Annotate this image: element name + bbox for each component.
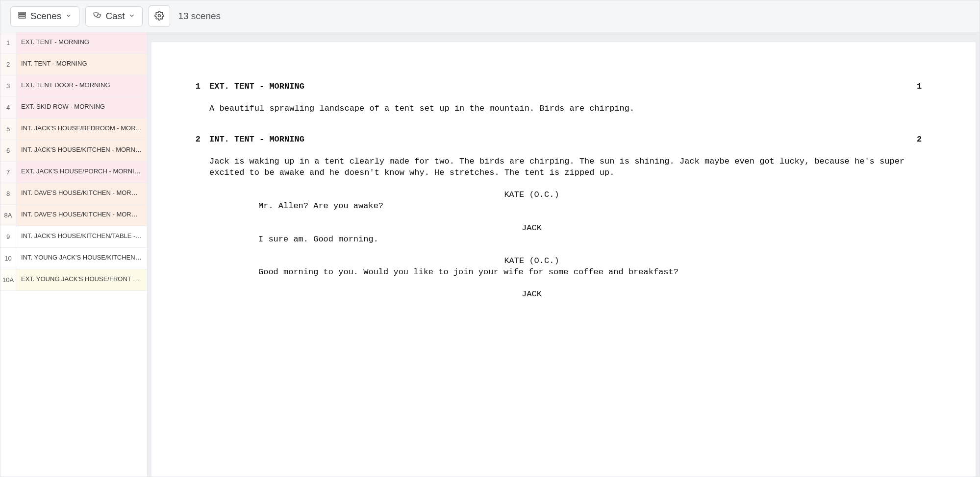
scene-list-item-title: EXT. TENT DOOR - MORNING [16,75,147,96]
dialogue-text: Mr. Allen? Are you awake? [258,201,820,212]
svg-point-3 [158,14,161,17]
scene-list-item-title: INT. JACK'S HOUSE/KITCHEN - MORNING [16,140,147,161]
scene-list-item[interactable]: 3EXT. TENT DOOR - MORNING [0,75,147,97]
scenes-dropdown-button[interactable]: Scenes [10,6,79,26]
scene-list-item-title: EXT. TENT - MORNING [16,32,147,53]
scene-list-item-number: 2 [0,54,16,75]
scene-list-item-number: 10A [0,269,16,290]
scene-list-item-title: INT. TENT - MORNING [16,54,147,75]
scene-list-item[interactable]: 9INT. JACK'S HOUSE/KITCHEN/TABLE - DAY [0,226,147,248]
script-page: 1EXT. TENT - MORNING1A beautiful sprawli… [151,42,976,477]
chevron-down-icon [128,11,135,22]
dialogue-block: JACK [209,289,908,300]
slugline-row: 2INT. TENT - MORNING2 [186,134,931,145]
screenplay-scene: 2INT. TENT - MORNING2Jack is waking up i… [186,134,931,300]
character-cue: KATE (O.C.) [268,190,795,201]
scene-list-item-number: 9 [0,226,16,247]
scene-list-item[interactable]: 8AINT. DAVE'S HOUSE/KITCHEN - MORNING [0,205,147,226]
scene-list-item-title: INT. JACK'S HOUSE/BEDROOM - MORNING [16,119,147,140]
slugline-text: EXT. TENT - MORNING [209,81,908,93]
scene-list-item-number: 5 [0,119,16,140]
character-cue: JACK [268,223,795,234]
scene-list-item-number: 7 [0,162,16,183]
action-text: A beautiful sprawling landscape of a ten… [209,103,908,115]
scene-list-item-number: 10 [0,248,16,269]
scene-list-item[interactable]: 10INT. YOUNG JACK'S HOUSE/KITCHEN/TABLE … [0,248,147,269]
dialogue-text: Good morning to you. Would you like to j… [258,267,820,278]
scene-list-item-number: 1 [0,32,16,53]
scene-list-item[interactable]: 4EXT. SKID ROW - MORNING [0,97,147,119]
scene-list-sidebar[interactable]: 1EXT. TENT - MORNING2INT. TENT - MORNING… [0,32,148,477]
action-text: Jack is waking up in a tent clearly made… [209,156,908,179]
scenes-dropdown-label: Scenes [30,11,61,22]
scene-list-item-title: INT. JACK'S HOUSE/KITCHEN/TABLE - DAY [16,226,147,247]
masks-icon [93,11,101,22]
slugline-text: INT. TENT - MORNING [209,134,908,145]
scene-list-item[interactable]: 5INT. JACK'S HOUSE/BEDROOM - MORNING [0,119,147,140]
cast-dropdown-button[interactable]: Cast [85,6,143,26]
scene-list-item[interactable]: 7EXT. JACK'S HOUSE/PORCH - MORNING [0,162,147,183]
scene-count-text: 13 scenes [178,11,221,22]
scene-list-item-number: 6 [0,140,16,161]
scene-list-item[interactable]: 6INT. JACK'S HOUSE/KITCHEN - MORNING [0,140,147,162]
cast-dropdown-label: Cast [105,11,125,22]
settings-button[interactable] [149,5,170,27]
scene-number-left: 2 [186,134,209,145]
scene-list-item-title: EXT. JACK'S HOUSE/PORCH - MORNING [16,162,147,183]
scene-number-right: 1 [908,81,931,93]
scene-list-item-number: 8 [0,183,16,204]
svg-rect-1 [19,14,25,16]
scene-list-item-title: INT. YOUNG JACK'S HOUSE/KITCHEN/TABLE - … [16,248,147,269]
gear-icon [154,11,164,22]
scene-list-item-number: 3 [0,75,16,96]
scene-list-item[interactable]: 10AEXT. YOUNG JACK'S HOUSE/FRONT LAWN - … [0,269,147,291]
script-viewport[interactable]: 1EXT. TENT - MORNING1A beautiful sprawli… [148,32,980,477]
slugline-row: 1EXT. TENT - MORNING1 [186,81,931,93]
screenplay-scene: 1EXT. TENT - MORNING1A beautiful sprawli… [186,81,931,115]
scene-list-item[interactable]: 8INT. DAVE'S HOUSE/KITCHEN - MORNING [0,183,147,205]
dialogue-text: I sure am. Good morning. [258,234,820,245]
dialogue-block: JACKI sure am. Good morning. [209,223,908,245]
scene-number-left: 1 [186,81,209,93]
scene-number-right: 2 [908,134,931,145]
scene-list-item-title: INT. DAVE'S HOUSE/KITCHEN - MORNING [16,205,147,226]
svg-rect-0 [19,12,25,14]
scene-list-item-number: 4 [0,97,16,118]
scene-list-item-number: 8A [0,205,16,226]
scene-list-item[interactable]: 2INT. TENT - MORNING [0,54,147,75]
character-cue: JACK [268,289,795,300]
dialogue-block: KATE (O.C.)Good morning to you. Would yo… [209,256,908,278]
dialogue-block: KATE (O.C.)Mr. Allen? Are you awake? [209,190,908,212]
main-area: 1EXT. TENT - MORNING2INT. TENT - MORNING… [0,32,980,477]
svg-rect-2 [19,17,25,18]
list-icon [18,11,26,22]
scene-list-item-title: INT. DAVE'S HOUSE/KITCHEN - MORNING [16,183,147,204]
scene-list-item[interactable]: 1EXT. TENT - MORNING [0,32,147,54]
toolbar: Scenes Cast 13 scenes [0,0,980,32]
character-cue: KATE (O.C.) [268,256,795,267]
scene-list-item-title: EXT. SKID ROW - MORNING [16,97,147,118]
chevron-down-icon [65,11,72,22]
page-top-spacer [151,32,976,42]
scene-list-item-title: EXT. YOUNG JACK'S HOUSE/FRONT LAWN - D..… [16,269,147,290]
